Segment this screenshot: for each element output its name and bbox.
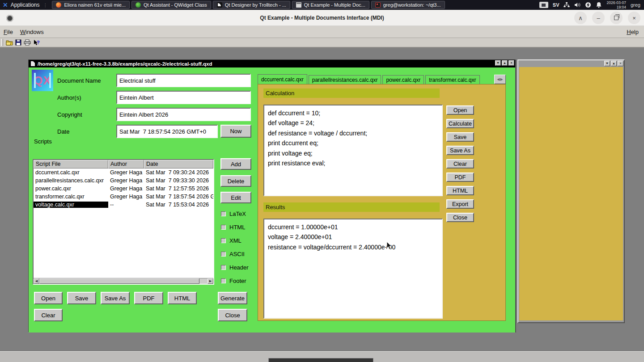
save-file-button[interactable] xyxy=(14,38,23,46)
qt-assistant-icon xyxy=(136,2,141,8)
print-button[interactable] xyxy=(23,38,32,46)
mdi2-titlebar[interactable]: ▼ ▲ × xyxy=(518,60,624,67)
hidden-dock-panel[interactable] xyxy=(268,358,373,362)
volume-icon[interactable] xyxy=(574,2,580,8)
mdi2-minimize-button[interactable]: ▼ xyxy=(604,61,610,66)
column-header-date[interactable]: Date xyxy=(144,160,213,168)
workspace-pager-icon[interactable] xyxy=(539,2,548,8)
power-icon[interactable] xyxy=(585,2,591,8)
clock[interactable]: 2026-03-07 19:04 xyxy=(606,0,626,9)
close-button[interactable]: × xyxy=(628,12,640,24)
delete-button[interactable]: Delete xyxy=(220,175,251,187)
doc-html-button[interactable]: HTML xyxy=(168,292,197,304)
mdi1-close-button[interactable]: × xyxy=(508,60,514,66)
generate-button[interactable]: Generate xyxy=(218,292,247,304)
date-label: Date xyxy=(57,125,69,138)
taskbar-window-qt-assistant[interactable]: Qt Assistant - QWidget Class xyxy=(131,1,211,9)
doc-open-button[interactable]: Open xyxy=(34,292,63,304)
mdi2-close-button[interactable]: × xyxy=(618,61,623,66)
shade-button[interactable]: ∧ xyxy=(574,12,587,24)
app-titlebar[interactable]: Qt Example - Multiple Documents Interfac… xyxy=(0,10,644,26)
mdi2-maximize-button[interactable]: ▲ xyxy=(611,61,617,66)
document-name-input[interactable] xyxy=(116,74,251,87)
column-header-author[interactable]: Author xyxy=(108,160,144,168)
script-pdf-button[interactable]: PDF xyxy=(446,173,474,182)
script-close-button[interactable]: Close xyxy=(446,213,474,222)
doc-clear-button[interactable]: Clear xyxy=(34,309,63,321)
script-save-as-button[interactable]: Save As xyxy=(446,146,474,155)
taskbar-window-qt-example[interactable]: Qt Example - Multiple Doc... xyxy=(292,1,369,9)
doc-save-as-button[interactable]: Save As xyxy=(101,292,130,304)
taskbar-window-label: Qt Example - Multiple Doc... xyxy=(304,2,365,8)
script-html-button[interactable]: HTML xyxy=(446,186,474,195)
calculation-editor[interactable]: def dccurrent = 10; def voltage = 24; de… xyxy=(263,105,443,196)
applications-menu[interactable]: ✕ Applications ⋮ xyxy=(0,2,50,8)
table-row[interactable]: transformer.calc.qxr Greger Haga Sat Mar… xyxy=(34,193,213,201)
footer-checkbox[interactable]: Footer xyxy=(221,278,246,284)
script-open-button[interactable]: Open xyxy=(446,105,474,115)
open-file-button[interactable] xyxy=(5,38,14,46)
whats-this-button[interactable]: ? xyxy=(32,38,41,46)
table-row[interactable]: power.calc.qxr Greger Haga Sat Mar 7 12:… xyxy=(34,185,213,193)
menu-file[interactable]: File xyxy=(0,27,17,37)
results-output[interactable]: dccurrent = 1.00000e+01 voltage = 2.4000… xyxy=(263,219,443,319)
document-window-titlebar[interactable]: /home/greg/qt3/qt-x11-free-3.3.8b/exampl… xyxy=(29,60,515,67)
scroll-left-arrow-icon[interactable]: ◀ xyxy=(34,278,39,284)
mdi-child-window-document[interactable]: /home/greg/qt3/qt-x11-free-3.3.8b/exampl… xyxy=(28,59,516,332)
copyright-input[interactable] xyxy=(116,108,251,121)
scripts-table[interactable]: Script File Author Date dccurrent.calc.q… xyxy=(33,159,214,285)
calculate-button[interactable]: Calculate xyxy=(446,119,474,128)
menu-help[interactable]: Help xyxy=(621,27,644,37)
table-horizontal-scrollbar[interactable]: ◀ ▶ xyxy=(34,278,213,284)
svg-text:?: ? xyxy=(37,40,40,45)
taskbar: ✕ Applications ⋮ Eliora nainen 61v etsii… xyxy=(0,0,644,10)
mdi1-minimize-button[interactable]: ▼ xyxy=(495,60,501,66)
tab-scroll-arrows[interactable]: ◀▶ xyxy=(494,75,506,84)
notifications-bell-icon[interactable] xyxy=(596,2,602,8)
tab-transformer[interactable]: transformer.calc.qxr xyxy=(425,75,479,84)
edit-button[interactable]: Edit xyxy=(220,192,251,203)
scrollbar-thumb[interactable] xyxy=(39,278,199,284)
add-button[interactable]: Add xyxy=(220,158,251,170)
mdi-child-window-2[interactable]: ▼ ▲ × xyxy=(517,59,625,323)
network-icon[interactable] xyxy=(564,2,570,8)
maximize-button[interactable] xyxy=(610,12,623,24)
menu-windows[interactable]: Windows xyxy=(17,27,47,37)
latex-checkbox[interactable]: LaTeX xyxy=(221,210,246,217)
header-checkbox[interactable]: Header xyxy=(221,264,249,271)
now-button[interactable]: Now xyxy=(220,125,251,138)
taskbar-window-terminal[interactable]: greg@workstation: ~/qt3... xyxy=(371,1,445,9)
html-checkbox[interactable]: HTML xyxy=(221,224,245,231)
user-menu[interactable]: greg xyxy=(631,2,640,8)
taskbar-window-qt-designer[interactable]: Qt Designer by Trolltech - ... xyxy=(213,1,290,9)
checkbox-label: Footer xyxy=(229,278,246,284)
scroll-right-arrow-icon[interactable]: ▶ xyxy=(208,278,213,284)
table-row-selected[interactable]: voltage.calc.qxr -- Sat Mar 7 15:53:04 2… xyxy=(34,201,213,209)
keyboard-layout-indicator[interactable]: SV xyxy=(553,2,559,8)
ascii-checkbox[interactable]: ASCII xyxy=(221,251,245,257)
tab-parallellresistances[interactable]: parallellresistances.calc.qxr xyxy=(309,75,381,84)
script-clear-button[interactable]: Clear xyxy=(446,159,474,168)
tab-dccurrent[interactable]: dccurrent.calc.qxr xyxy=(258,74,307,84)
authors-input[interactable] xyxy=(116,91,251,104)
doc-close-button[interactable]: Close xyxy=(218,309,247,321)
checkbox-icon xyxy=(221,225,226,230)
doc-save-button[interactable]: Save xyxy=(67,292,96,304)
xml-checkbox[interactable]: XML xyxy=(221,237,242,244)
minimize-button[interactable]: – xyxy=(592,12,605,24)
date-input[interactable] xyxy=(116,125,218,138)
authors-label: Author(s) xyxy=(57,91,81,104)
export-button[interactable]: Export xyxy=(446,199,474,209)
tab-scroll-left-icon: ◀ xyxy=(497,77,500,81)
checkbox-label: XML xyxy=(229,237,242,244)
copyright-label: Copyright xyxy=(57,108,82,121)
toolbar-handle[interactable] xyxy=(1,39,3,46)
column-header-script-file[interactable]: Script File xyxy=(34,160,108,168)
doc-pdf-button[interactable]: PDF xyxy=(134,292,163,304)
tab-power[interactable]: power.calc.qxr xyxy=(382,75,424,84)
script-save-button[interactable]: Save xyxy=(446,132,474,142)
mdi1-maximize-button[interactable]: ▲ xyxy=(502,60,508,66)
taskbar-window-firefox[interactable]: Eliora nainen 61v etsii mie... xyxy=(52,1,130,9)
table-row[interactable]: parallellresistances.calc.qxr Greger Hag… xyxy=(34,177,213,185)
table-row[interactable]: dccurrent.calc.qxr Greger Haga Sat Mar 7… xyxy=(34,168,213,177)
